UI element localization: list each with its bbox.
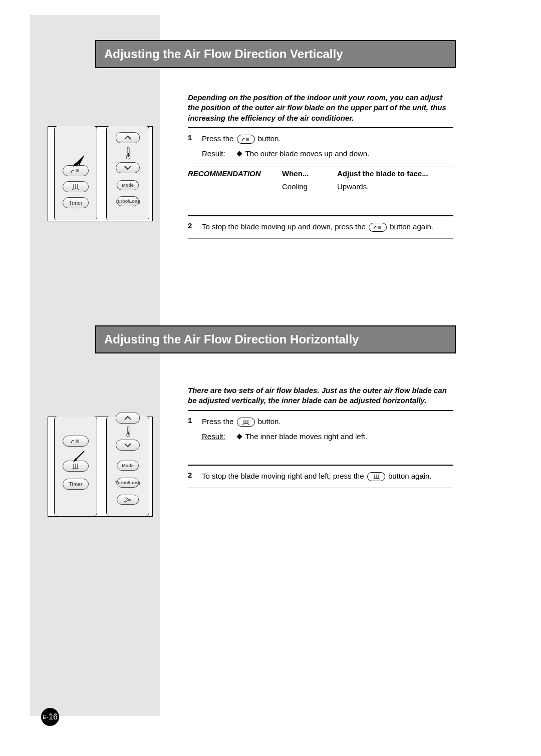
section-title-vertical: Adjusting the Air Flow Direction Vertica… <box>95 40 456 68</box>
step-text-after: button again. <box>390 222 433 231</box>
step-body: To stop the blade moving right and left,… <box>202 471 453 482</box>
swing-vertical-button-icon <box>237 135 255 144</box>
divider <box>188 238 453 239</box>
section-title-horizontal: Adjusting the Air Flow Direction Horizon… <box>95 325 456 353</box>
divider <box>188 465 453 466</box>
remote-panel-left: Timer <box>54 126 97 220</box>
section1-content: Depending on the position of the indoor … <box>188 93 453 245</box>
col-when: When... <box>278 167 333 180</box>
remote-illustration-vertical: Timer Mode Turbo/Long <box>48 126 153 221</box>
timer-button: Timer <box>63 197 89 208</box>
result-label: Result: <box>202 431 225 443</box>
mode-label: Mode <box>122 463 134 468</box>
remote-panel-right: Mode Turbo/Long <box>106 417 149 516</box>
intro-paragraph: Depending on the position of the indoor … <box>188 93 453 123</box>
page-number-badge: E-16 <box>41 708 59 726</box>
page-prefix: E- <box>43 714 48 720</box>
swing-horizontal-button <box>63 181 89 192</box>
down-arrow-button <box>116 440 140 451</box>
step-text-before: To stop the blade moving up and down, pr… <box>202 222 368 231</box>
step-body: Press the button. Result: The inner blad… <box>202 416 453 443</box>
pointer-arrow-icon <box>72 155 85 168</box>
thermometer-icon <box>125 146 132 162</box>
result-row: Result: The inner blade moves right and … <box>202 431 453 443</box>
mode-label: Mode <box>122 183 134 188</box>
recommendation-table: RECOMMENDATION When... Adjust the blade … <box>188 167 453 193</box>
step-1: 1 Press the button. Result: The outer bl… <box>188 133 453 160</box>
section2-content: There are two sets of air flow blades. J… <box>188 386 453 494</box>
step-text-after: button again. <box>388 472 432 480</box>
mode-button: Mode <box>117 180 139 190</box>
step-2: 2 To stop the blade moving up and down, … <box>188 221 453 233</box>
step-number: 2 <box>188 471 195 482</box>
result-bullet: The outer blade moves up and down. <box>237 148 370 160</box>
table-header-row: RECOMMENDATION When... Adjust the blade … <box>188 167 453 180</box>
recommendation-label: RECOMMENDATION <box>188 167 278 180</box>
step-text-before: Press the <box>202 134 236 143</box>
up-arrow-button <box>116 413 140 424</box>
result-bullet: The inner blade moves right and left. <box>237 431 367 443</box>
result-row: Result: The outer blade moves up and dow… <box>202 148 453 160</box>
swing-vertical-button <box>63 436 89 447</box>
step-number: 1 <box>188 416 195 443</box>
turbo-label: Turbo/Long <box>115 480 140 485</box>
step-body: Press the button. Result: The outer blad… <box>202 133 453 160</box>
result-text: The outer blade moves up and down. <box>245 149 370 158</box>
step-number: 2 <box>188 221 195 233</box>
step-text-after: button. <box>258 417 281 426</box>
result-label: Result: <box>202 148 225 160</box>
divider <box>188 488 453 488</box>
timer-label: Timer <box>69 482 82 487</box>
turbo-label: Turbo/Long <box>115 199 140 204</box>
diamond-icon <box>236 434 242 439</box>
diamond-icon <box>236 151 242 157</box>
remote-panel-left: Timer <box>54 417 97 516</box>
turbo-long-button: Turbo/Long <box>117 196 139 206</box>
step-1: 1 Press the button. Result: The inner bl… <box>188 416 453 443</box>
thermometer-icon <box>125 426 132 440</box>
swing-vertical-button-icon <box>369 223 387 232</box>
swing-horizontal-button-icon <box>367 472 385 481</box>
cell-adjust: Upwards. <box>333 180 453 193</box>
pointer-arrow-icon <box>72 450 85 463</box>
timer-button: Timer <box>63 479 89 490</box>
fan-button <box>117 495 139 505</box>
title-text: Adjusting the Air Flow Direction Horizon… <box>104 332 359 346</box>
step-text-before: Press the <box>202 417 236 426</box>
col-adjust: Adjust the blade to face... <box>333 167 453 180</box>
step-2: 2 To stop the blade moving right and lef… <box>188 471 453 482</box>
mode-button: Mode <box>117 461 139 471</box>
divider <box>188 410 453 411</box>
cell-when: Cooling <box>278 180 333 193</box>
down-arrow-button <box>116 162 140 173</box>
step-body: To stop the blade moving up and down, pr… <box>202 221 453 233</box>
divider <box>188 215 453 216</box>
remote-panel-right: Mode Turbo/Long <box>106 126 149 220</box>
page-number: 16 <box>49 712 58 721</box>
remote-illustration-horizontal: Timer Mode Turbo/Long <box>48 417 153 517</box>
swing-horizontal-button-icon <box>237 418 255 427</box>
turbo-long-button: Turbo/Long <box>117 478 139 488</box>
step-text-before: To stop the blade moving right and left,… <box>202 472 366 480</box>
step-text-after: button. <box>258 134 281 143</box>
empty-cell <box>188 180 278 193</box>
sidebar-gray-block <box>30 15 160 716</box>
intro-paragraph: There are two sets of air flow blades. J… <box>188 386 453 406</box>
table-row: Cooling Upwards. <box>188 180 453 193</box>
divider <box>188 127 453 128</box>
step-number: 1 <box>188 133 195 160</box>
timer-label: Timer <box>69 200 82 206</box>
up-arrow-button <box>116 132 140 143</box>
title-text: Adjusting the Air Flow Direction Vertica… <box>104 47 343 61</box>
result-text: The inner blade moves right and left. <box>245 432 367 441</box>
